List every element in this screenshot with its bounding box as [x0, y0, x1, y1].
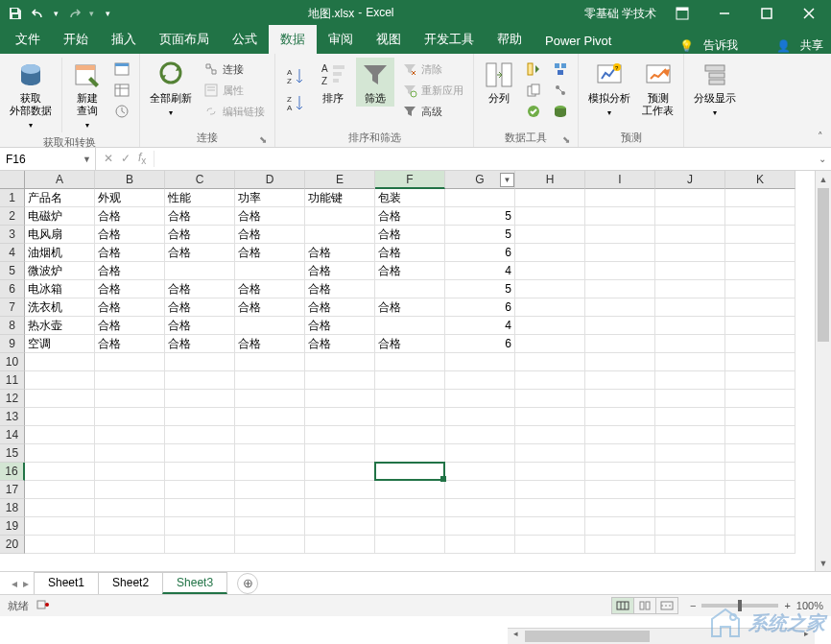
cell[interactable]: [25, 536, 95, 554]
cell[interactable]: [235, 426, 305, 444]
cell[interactable]: [725, 207, 795, 226]
tab-开始[interactable]: 开始: [52, 25, 100, 54]
cell[interactable]: 合格: [95, 207, 165, 226]
cell[interactable]: [235, 517, 305, 536]
cell[interactable]: [305, 390, 375, 408]
lightbulb-icon[interactable]: 💡: [679, 39, 694, 53]
cell[interactable]: [235, 463, 305, 481]
cell[interactable]: [585, 463, 655, 481]
tab-插入[interactable]: 插入: [100, 25, 148, 54]
cell[interactable]: [235, 371, 305, 390]
cell[interactable]: [725, 226, 795, 244]
row-header[interactable]: 15: [0, 444, 25, 463]
cell[interactable]: 合格: [95, 335, 165, 353]
page-break-view-button[interactable]: [655, 597, 678, 614]
cell[interactable]: [725, 298, 795, 317]
cell[interactable]: [375, 353, 445, 371]
cell[interactable]: [25, 463, 95, 481]
cell[interactable]: 功能键: [305, 189, 375, 207]
cell[interactable]: [445, 499, 515, 517]
column-header[interactable]: B: [95, 171, 165, 189]
cell[interactable]: [305, 408, 375, 426]
cell[interactable]: 合格: [95, 317, 165, 335]
sort-desc-button[interactable]: ZA: [281, 90, 310, 115]
qat-customize-icon[interactable]: ▾: [106, 9, 110, 18]
row-header[interactable]: 16: [0, 463, 25, 481]
flash-fill-button[interactable]: [522, 60, 545, 79]
cell[interactable]: 油烟机: [25, 244, 95, 262]
cell[interactable]: [235, 390, 305, 408]
cell[interactable]: [655, 371, 725, 390]
cell[interactable]: [445, 390, 515, 408]
new-sheet-button[interactable]: ⊕: [237, 573, 258, 594]
cell[interactable]: 合格: [235, 226, 305, 244]
cell[interactable]: [515, 207, 585, 226]
cell[interactable]: [95, 408, 165, 426]
cell[interactable]: 合格: [95, 226, 165, 244]
cell[interactable]: [585, 335, 655, 353]
column-header[interactable]: E: [305, 171, 375, 189]
cell[interactable]: [165, 426, 235, 444]
name-box[interactable]: F16 ▼: [0, 148, 96, 170]
cell[interactable]: [305, 226, 375, 244]
cell[interactable]: [585, 262, 655, 280]
cell[interactable]: [95, 536, 165, 554]
cell[interactable]: [725, 371, 795, 390]
connections-button[interactable]: 连接: [200, 60, 269, 79]
cell[interactable]: [235, 536, 305, 554]
tab-审阅[interactable]: 审阅: [317, 25, 365, 54]
cell[interactable]: [165, 517, 235, 536]
row-header[interactable]: 18: [0, 499, 25, 517]
cell[interactable]: [95, 517, 165, 536]
cell[interactable]: [655, 517, 725, 536]
cell[interactable]: [515, 298, 585, 317]
cell[interactable]: [585, 280, 655, 298]
cell[interactable]: [25, 499, 95, 517]
cell[interactable]: [375, 463, 445, 481]
cell[interactable]: 洗衣机: [25, 298, 95, 317]
cell[interactable]: [165, 444, 235, 463]
normal-view-button[interactable]: [611, 597, 634, 614]
recent-sources-button[interactable]: [110, 102, 133, 121]
undo-icon[interactable]: [31, 6, 46, 21]
get-external-data-button[interactable]: 获取 外部数据 ▾: [6, 58, 56, 133]
cell[interactable]: [165, 463, 235, 481]
cell[interactable]: [515, 463, 585, 481]
cell[interactable]: [375, 444, 445, 463]
cell[interactable]: [375, 280, 445, 298]
cell[interactable]: [445, 408, 515, 426]
cell[interactable]: [305, 444, 375, 463]
column-header[interactable]: D: [235, 171, 305, 189]
cell[interactable]: [725, 353, 795, 371]
cell[interactable]: 5: [445, 207, 515, 226]
cell[interactable]: [515, 189, 585, 207]
cell[interactable]: [95, 444, 165, 463]
row-header[interactable]: 19: [0, 517, 25, 536]
cell[interactable]: [725, 536, 795, 554]
cell[interactable]: [585, 499, 655, 517]
cell[interactable]: 合格: [235, 244, 305, 262]
cell[interactable]: [305, 207, 375, 226]
cell[interactable]: [515, 280, 585, 298]
zoom-percent-label[interactable]: 100%: [796, 600, 823, 611]
cell[interactable]: [445, 353, 515, 371]
scroll-right-icon[interactable]: ▸: [798, 629, 815, 638]
filter-button[interactable]: 筛选: [356, 58, 394, 107]
expand-formula-bar-icon[interactable]: ⌄: [814, 154, 831, 164]
cell[interactable]: [655, 444, 725, 463]
cell[interactable]: [585, 207, 655, 226]
outline-button[interactable]: 分级显示 ▾: [690, 58, 740, 121]
cell[interactable]: 合格: [305, 262, 375, 280]
ribbon-options-icon[interactable]: [666, 0, 699, 27]
cell[interactable]: [655, 335, 725, 353]
cell[interactable]: [515, 536, 585, 554]
cell[interactable]: 合格: [165, 298, 235, 317]
cell[interactable]: [515, 499, 585, 517]
cell[interactable]: [445, 371, 515, 390]
row-header[interactable]: 8: [0, 317, 25, 335]
cell[interactable]: 电冰箱: [25, 280, 95, 298]
horizontal-scrollbar[interactable]: ◂ ▸: [508, 628, 815, 644]
manage-data-model-button[interactable]: [549, 102, 572, 121]
cell[interactable]: [725, 189, 795, 207]
cell[interactable]: [25, 517, 95, 536]
